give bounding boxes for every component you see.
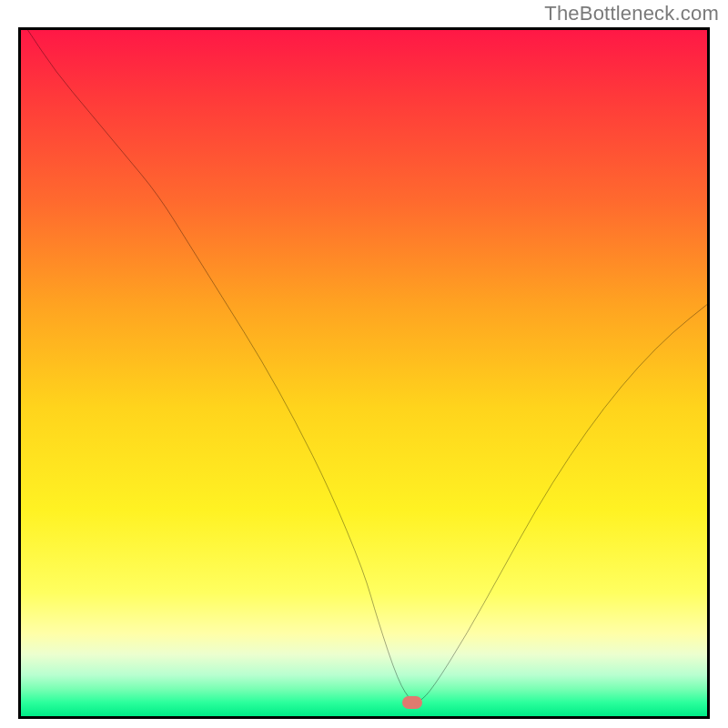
bottleneck-curve bbox=[21, 30, 707, 716]
watermark-text: TheBottleneck.com bbox=[544, 2, 719, 25]
chart-frame bbox=[18, 27, 710, 719]
optimal-point-marker bbox=[402, 696, 422, 709]
page-root: TheBottleneck.com bbox=[0, 0, 728, 728]
